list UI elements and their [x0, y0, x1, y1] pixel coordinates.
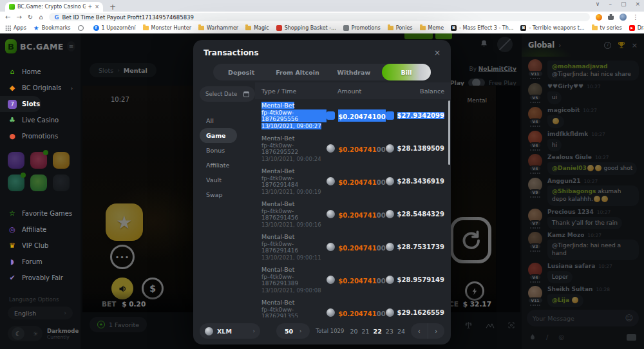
bookmark-item[interactable]: Shopping Basket -...: [276, 25, 336, 31]
coin-select[interactable]: XLM ›: [200, 323, 260, 339]
bookmark-item[interactable]: ▶ Dragonball Z: Battle...: [629, 25, 644, 31]
transaction-balance: $27.9342099: [397, 112, 444, 119]
scrollbar-thumb[interactable]: [448, 100, 450, 165]
url-field[interactable]: G Bet ID Time Bet Payout Profit171349574…: [49, 13, 590, 21]
forward-icon[interactable]: →: [16, 14, 21, 21]
transaction-time: 13/10/2021, 09:00:24: [261, 156, 321, 162]
transaction-row[interactable]: Mental-Bet fp-4tk0ww-1876291456 13/10/20…: [261, 198, 444, 231]
transaction-tab[interactable]: Withdraw: [326, 69, 382, 76]
xlm-coin-icon: [386, 243, 394, 251]
bookmark-item[interactable]: B - Terrible weapons t...: [520, 25, 584, 31]
bookmark-item[interactable]: Meme: [420, 25, 444, 31]
bookmark-item[interactable]: Promotions: [343, 25, 381, 31]
transaction-balance: $28.7531739: [397, 243, 444, 250]
live-casino-icon: ♣: [8, 116, 17, 124]
browser-tab[interactable]: BC.Game: Crypto Casino Ga + ×: [5, 2, 103, 12]
bookmark-item[interactable]: tv series: [592, 25, 622, 31]
transaction-filter[interactable]: All: [200, 113, 255, 128]
shopping-icon: [276, 25, 282, 31]
transactions-modal: Transactions × Deposit From Altcoin With…: [193, 40, 451, 344]
bookmark-item[interactable]: B - Mass Effect 3 - Th...: [451, 25, 513, 31]
browser-tabstrip: BC.Game: Crypto Casino Ga + × + ∨ – ▢ ×: [0, 0, 644, 12]
nav-label: Promotions: [22, 133, 58, 140]
transaction-filter[interactable]: Swap: [200, 187, 255, 202]
transaction-row[interactable]: Mental-Bet fp-4tk0ww-1876291389 13/10/20…: [261, 263, 444, 296]
folder-icon: [143, 26, 149, 30]
transaction-row[interactable]: Mental-Bet fp-4tk0ww-1876295522 13/10/20…: [261, 132, 444, 165]
next-page-button[interactable]: ›: [428, 323, 445, 339]
transaction-amount: $0.204741: [338, 179, 376, 186]
youtube-icon: ▶: [629, 25, 635, 31]
bookmark-item[interactable]: Monster Hunter: [143, 25, 191, 31]
extensions-puzzle-icon[interactable]: [608, 14, 614, 20]
transaction-amount-sub: 00: [377, 278, 386, 285]
page-number[interactable]: 24: [397, 328, 405, 335]
tab-search-icon[interactable]: ∨: [596, 1, 600, 7]
new-tab-button[interactable]: +: [109, 3, 116, 12]
total-count-label: Total 1029: [316, 328, 344, 334]
bookmark-item[interactable]: Warhammer: [198, 25, 238, 31]
page-number[interactable]: 21: [361, 328, 369, 335]
bcgame-favicon: [9, 4, 15, 10]
tab-close-icon[interactable]: ×: [95, 4, 99, 10]
transaction-type: Mental-Bet: [261, 200, 294, 207]
page-size-select[interactable]: 50 ›: [276, 323, 310, 339]
column-header-amount: Amount: [337, 88, 420, 95]
transaction-filter[interactable]: Bonus: [200, 143, 255, 158]
bcgame-app: B BC.GAME ≡ ⌂ Home ◆ BC Originals ›: [0, 33, 644, 349]
bookmark-item[interactable]: Ponies: [388, 25, 413, 31]
transaction-filter[interactable]: Vault: [200, 173, 255, 187]
xlm-coin-icon: [386, 177, 394, 185]
transaction-amount-sub: 00: [377, 146, 386, 153]
transaction-row[interactable]: Mental-Bet fp-4tk0ww-1876291355 13/10/20…: [261, 296, 444, 317]
bookmark-item[interactable]: ★ Bookmarks: [33, 25, 71, 31]
nav-label: Forum: [22, 258, 43, 265]
bookmark-item[interactable]: [78, 25, 86, 31]
transaction-balance: $28.3436919: [397, 178, 444, 185]
folder-icon: [245, 26, 251, 30]
people-icon: [343, 25, 349, 31]
transaction-amount-sub: 00: [377, 113, 386, 120]
chevron-right-icon: ›: [70, 85, 73, 91]
transaction-time: 13/10/2021, 09:00:27: [261, 123, 321, 129]
transaction-filter[interactable]: Game: [200, 128, 237, 143]
chrome-menu-icon[interactable]: ⋮: [632, 14, 639, 21]
window-close-button[interactable]: ×: [635, 1, 640, 7]
select-date-button[interactable]: Select Date: [200, 86, 255, 102]
transaction-tab[interactable]: From Altcoin: [269, 69, 325, 76]
transaction-row[interactable]: Mental-Bet fp-4tk0ww-1876295556 13/10/20…: [261, 99, 444, 132]
transaction-row[interactable]: Mental-Bet fp-4tk0ww-1876291416 13/10/20…: [261, 231, 444, 263]
nav-label: BC Originals: [22, 84, 61, 91]
update-indicator-icon[interactable]: [596, 14, 602, 21]
back-icon[interactable]: ←: [5, 14, 10, 21]
bookmark-item[interactable]: f 1 Upozornění: [93, 25, 136, 31]
window-minimize-button[interactable]: –: [609, 1, 612, 7]
window-maximize-button[interactable]: ▢: [621, 1, 627, 7]
xlm-coin-icon: [327, 243, 335, 251]
transaction-filter[interactable]: Affiliate: [200, 158, 255, 173]
transaction-id: fp-4tk0ww-1876291389: [261, 274, 327, 287]
folder-icon: [420, 26, 426, 30]
prev-page-button[interactable]: ‹: [411, 323, 428, 339]
affiliate-icon: ◎: [8, 225, 17, 234]
page-number[interactable]: 22: [374, 328, 382, 335]
tab-pin-icon[interactable]: +: [88, 4, 93, 10]
bookmark-item[interactable]: Apps: [5, 25, 26, 31]
transaction-row[interactable]: Mental-Bet fp-4tk0ww-1876291484 13/10/20…: [261, 165, 444, 198]
transaction-id: fp-4tk0ww-1876291416: [261, 241, 327, 254]
google-icon: G: [55, 14, 59, 21]
reload-icon[interactable]: ↻: [28, 14, 33, 21]
b-logo-icon: B: [451, 25, 457, 31]
bookmark-item[interactable]: Magic: [245, 25, 269, 31]
modal-close-icon[interactable]: ×: [434, 48, 440, 57]
page-number[interactable]: 23: [386, 328, 393, 335]
star-icon: ★: [33, 25, 39, 31]
transaction-time: 13/10/2021, 09:00:08: [261, 287, 321, 294]
home-icon[interactable]: ⌂: [39, 14, 43, 21]
xlm-coin-icon: [386, 111, 394, 120]
profile-avatar[interactable]: [620, 14, 627, 21]
page-number[interactable]: 20: [350, 328, 357, 335]
transaction-tab[interactable]: Bill: [382, 64, 431, 80]
transaction-tab[interactable]: Deposit: [213, 69, 269, 76]
transaction-time: 13/10/2021, 09:00:19: [261, 189, 321, 195]
